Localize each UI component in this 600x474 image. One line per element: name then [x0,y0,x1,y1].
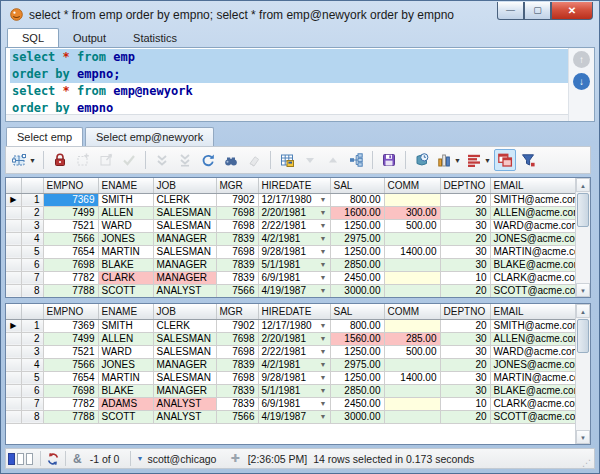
grid-options-icon[interactable]: ▼ [9,149,38,171]
editor-horizontal-scrollbar[interactable] [6,114,568,121]
row-pointer-cell[interactable]: ▶ [6,193,21,206]
grid-cell[interactable]: JONES@acme.com [490,232,577,245]
grid-cell[interactable]: 7788 [43,410,98,423]
grid-cell[interactable] [384,271,440,284]
column-header-sal[interactable]: SAL [330,178,384,193]
grid-cell[interactable]: 30 [440,258,490,271]
grid-cell[interactable]: ▼4/2/1981 [258,232,330,245]
grid-cell[interactable]: 7698 [216,345,258,358]
grid-cell[interactable]: MANAGER [153,258,216,271]
scroll-thumb[interactable] [577,193,589,227]
grid-cell[interactable]: 2450.00 [330,397,384,410]
column-header-blank[interactable] [21,304,43,319]
grid-cell[interactable]: 300.00 [384,206,440,219]
grid-cell[interactable]: 20 [440,284,490,297]
grid-cell[interactable]: 285.00 [384,332,440,345]
grid-cell[interactable]: ▼2/22/1981 [258,219,330,232]
grid-cell[interactable]: ▼12/17/1980 [258,319,330,332]
grid-cell[interactable]: SMITH@acme.com [490,193,577,206]
column-header-sal[interactable]: SAL [330,304,384,319]
dropdown-caret-icon[interactable]: ▼ [484,157,491,164]
date-dropdown-icon[interactable]: ▼ [320,387,327,394]
grid-cell[interactable]: ALLEN [98,206,153,219]
grid-cell[interactable]: ANALYST [153,284,216,297]
date-dropdown-icon[interactable]: ▼ [320,348,327,355]
grid-cell[interactable]: ▼6/9/1981 [258,397,330,410]
connection-dropdown-icon[interactable]: ▼ [136,455,143,462]
grid-cell[interactable]: JONES [98,358,153,371]
scroll-thumb[interactable] [577,319,589,353]
row-number-cell[interactable]: 4 [21,358,43,371]
row-number-cell[interactable]: 3 [21,345,43,358]
row-number-cell[interactable]: 6 [21,258,43,271]
row-number-cell[interactable]: 3 [21,219,43,232]
grid-cell[interactable]: 7839 [216,384,258,397]
grid-cell[interactable]: 2975.00 [330,232,384,245]
compare-grids-icon[interactable] [494,149,516,171]
grid-cell[interactable] [384,258,440,271]
column-header-comm[interactable]: COMM [384,178,440,193]
row-number-cell[interactable]: 4 [21,232,43,245]
row-pointer-cell[interactable] [6,371,21,384]
grid-cell[interactable]: 7698 [216,371,258,384]
tab-sql[interactable]: SQL [7,28,59,47]
grid-cell[interactable]: SCOTT [98,284,153,297]
grid-cell[interactable]: 500.00 [384,345,440,358]
grid-cell[interactable]: 7698 [43,384,98,397]
grid-cell[interactable]: WARD@acme.com [490,219,577,232]
resize-grip[interactable]: ⋰ [582,458,592,468]
grid-cell[interactable]: 1250.00 [330,219,384,232]
sql-editor[interactable]: select * from emporder by empno;select *… [5,47,595,122]
row-pointer-cell[interactable] [6,332,21,345]
row-number-cell[interactable]: 5 [21,371,43,384]
grid-cell[interactable]: BLAKE [98,384,153,397]
date-dropdown-icon[interactable]: ▼ [320,287,327,294]
minimize-button[interactable]: — [497,2,524,20]
row-pointer-cell[interactable] [6,358,21,371]
tree-view-icon[interactable] [345,149,367,171]
grid-cell[interactable]: SMITH@acme.com [490,319,577,332]
grid-cell[interactable]: 7782 [43,271,98,284]
vertical-scrollbar[interactable]: ▲ ▼ [575,178,590,297]
grid-cell[interactable]: 7839 [216,271,258,284]
grid-cell[interactable]: SMITH [98,193,153,206]
grid-cell[interactable]: 7698 [216,245,258,258]
grid-cell[interactable]: 7566 [216,410,258,423]
grid-cell[interactable]: CLARK@acme.com [490,397,577,410]
grid-cell[interactable]: MANAGER [153,271,216,284]
grid-cell[interactable]: SALESMAN [153,219,216,232]
row-pointer-cell[interactable] [6,258,21,271]
find-icon[interactable] [220,149,242,171]
grid-cell[interactable]: 30 [440,219,490,232]
grid-cell[interactable]: WARD [98,219,153,232]
row-pointer-cell[interactable] [6,232,21,245]
grid-cell[interactable]: 2450.00 [330,271,384,284]
grid-cell[interactable]: 3000.00 [330,284,384,297]
date-dropdown-icon[interactable]: ▼ [320,274,327,281]
grid-cell[interactable]: 10 [440,397,490,410]
grid-cell[interactable]: 7698 [216,206,258,219]
grid-cell[interactable]: WARD@acme.com [490,345,577,358]
row-number-cell[interactable]: 7 [21,271,43,284]
prev-statement-button[interactable]: ↑ [573,51,590,68]
row-number-cell[interactable]: 7 [21,397,43,410]
grid-cell[interactable] [384,358,440,371]
column-header-blank[interactable] [6,178,21,193]
grid-cell[interactable]: 2850.00 [330,258,384,271]
grid-cell[interactable]: 7521 [43,345,98,358]
grid-cell[interactable]: 800.00 [330,319,384,332]
tab-statistics[interactable]: Statistics [120,28,190,47]
grid-cell[interactable]: SMITH [98,319,153,332]
grid-cell[interactable]: 7839 [216,397,258,410]
grid-cell[interactable]: 800.00 [330,193,384,206]
row-pointer-cell[interactable] [6,384,21,397]
connection-label[interactable]: scott@chicago [147,453,216,465]
grid-cell[interactable]: 7698 [216,219,258,232]
scroll-down-button[interactable]: ▼ [576,283,590,297]
grid-cell[interactable]: SCOTT [98,410,153,423]
date-dropdown-icon[interactable]: ▼ [320,235,327,242]
grid-cell[interactable]: ▼2/22/1981 [258,345,330,358]
grid-cell[interactable] [384,384,440,397]
grid-cell[interactable]: 30 [440,206,490,219]
lock-icon[interactable] [49,149,71,171]
